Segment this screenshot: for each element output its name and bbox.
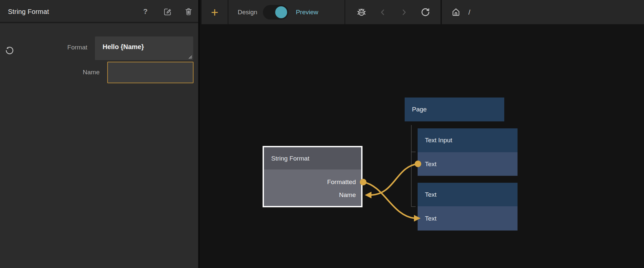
help-icon[interactable]: ? — [140, 7, 150, 17]
port-formatted[interactable]: Formatted — [264, 175, 361, 188]
edit-icon[interactable] — [162, 7, 172, 17]
properties-panel: String Format ? Format Hello {Name} — [0, 0, 200, 268]
design-preview-toggle[interactable] — [263, 5, 288, 20]
node-text-header[interactable]: Text — [418, 183, 518, 206]
design-label[interactable]: Design — [238, 9, 257, 16]
plus-icon[interactable]: + — [211, 6, 218, 19]
trash-icon[interactable] — [184, 7, 194, 17]
refresh-icon[interactable] — [420, 7, 431, 18]
node-string-format[interactable]: String Format Formatted Name — [263, 146, 362, 207]
node-page-label: Page — [412, 98, 427, 121]
node-text-input[interactable]: Text Input Text — [418, 128, 518, 176]
node-text-input-label: Text Input — [425, 128, 452, 152]
format-input[interactable]: Hello {Name} — [95, 36, 193, 60]
bug-icon[interactable] — [356, 7, 367, 18]
port-text-label: Text — [425, 206, 437, 231]
panel-header: String Format ? — [0, 0, 198, 23]
node-string-format-label: String Format — [271, 147, 309, 169]
node-text-port-text[interactable]: Text — [418, 206, 518, 231]
node-text[interactable]: Text Text — [418, 183, 518, 231]
format-value: Hello {Name} — [103, 43, 144, 50]
chevron-left-icon[interactable] — [377, 7, 388, 18]
home-icon[interactable] — [450, 7, 461, 18]
port-dot-formatted-output[interactable] — [360, 179, 366, 185]
format-label: Format — [67, 44, 87, 51]
chevron-right-icon[interactable] — [399, 7, 409, 18]
node-text-input-port-text[interactable]: Text — [418, 152, 518, 176]
reset-icon[interactable] — [4, 46, 14, 56]
node-page[interactable]: Page — [405, 98, 504, 121]
toolbar-mode-section: Design Preview — [228, 0, 345, 24]
node-text-label: Text — [425, 183, 437, 206]
port-name[interactable]: Name — [264, 188, 361, 201]
panel-title: String Format — [8, 0, 49, 23]
breadcrumb[interactable]: / — [468, 8, 470, 16]
preview-label[interactable]: Preview — [296, 9, 318, 16]
toolbar-nav-section — [345, 0, 441, 24]
name-input[interactable] — [107, 62, 194, 83]
toolbar-breadcrumb-section: / — [442, 0, 644, 24]
node-text-input-header[interactable]: Text Input — [418, 128, 518, 152]
port-text-label: Text — [425, 152, 437, 176]
toggle-knob[interactable] — [275, 6, 287, 18]
node-string-format-body: Formatted Name — [264, 169, 361, 206]
node-string-format-header[interactable]: String Format — [264, 147, 361, 169]
toolbar-add-section: + — [201, 0, 228, 24]
resize-handle-icon[interactable] — [188, 54, 192, 59]
port-dot-text-output[interactable] — [415, 161, 421, 167]
name-label: Name — [83, 69, 100, 76]
